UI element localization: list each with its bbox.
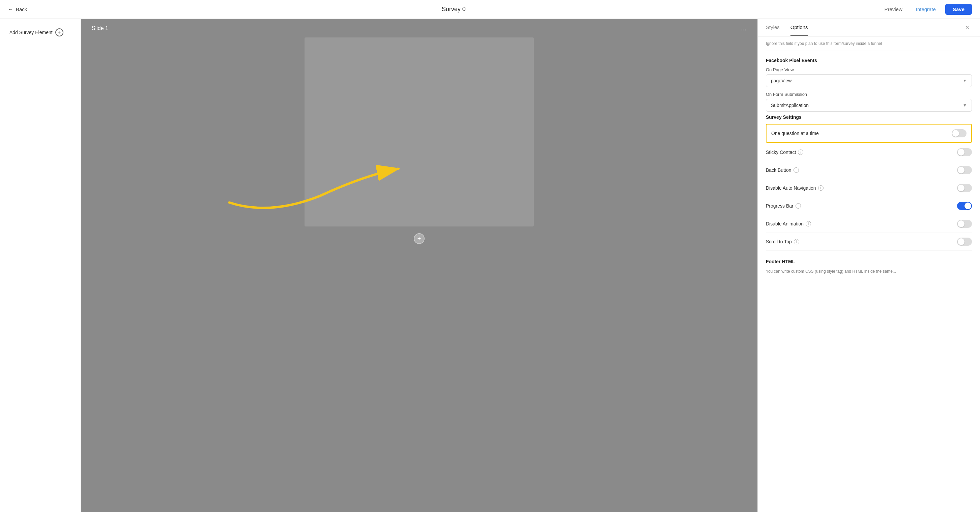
toggle-track-3[interactable]: [957, 166, 972, 174]
toggle-track-7[interactable]: [957, 238, 972, 246]
sticky-contact-toggle[interactable]: [957, 148, 972, 156]
back-button-info-icon[interactable]: i: [794, 167, 799, 173]
scroll-to-top-label: Scroll to Top: [766, 239, 792, 244]
close-icon[interactable]: ×: [963, 21, 972, 34]
toggle-thumb-7: [958, 238, 964, 245]
toggle-row-sticky-contact: Sticky Contact i: [766, 144, 972, 161]
tab-styles[interactable]: Styles: [766, 19, 780, 36]
progress-bar-label: Progress Bar: [766, 203, 794, 209]
dropdown-arrow-icon: ▼: [963, 78, 967, 83]
disable-auto-nav-info-icon[interactable]: i: [818, 185, 824, 191]
slide-title: Slide 1: [92, 25, 108, 31]
plus-icon: +: [55, 28, 64, 37]
form-submission-dropdown[interactable]: SubmitApplication ▼: [766, 99, 972, 112]
toggle-thumb-5: [964, 203, 971, 209]
integrate-button[interactable]: Integrate: [912, 5, 940, 14]
tab-group: Styles Options: [766, 19, 808, 36]
panel-content: Ignore this field if you plan to use thi…: [758, 37, 980, 282]
toggle-track[interactable]: [952, 129, 967, 137]
toggle-row-disable-auto-nav: Disable Auto Navigation i: [766, 179, 972, 197]
disable-animation-label: Disable Animation: [766, 221, 803, 226]
toggle-thumb-3: [958, 167, 964, 174]
scroll-to-top-info-icon[interactable]: i: [794, 239, 799, 244]
disable-auto-nav-label: Disable Auto Navigation: [766, 185, 816, 191]
top-nav: ← Back Survey 0 Preview Integrate Save: [0, 0, 980, 19]
form-submission-value: SubmitApplication: [771, 103, 809, 108]
slide-content-area: [304, 37, 534, 226]
disable-animation-info-icon[interactable]: i: [806, 221, 811, 226]
page-title: Survey 0: [442, 6, 466, 13]
slide-options-icon[interactable]: ...: [741, 24, 747, 32]
on-form-submission-label: On Form Submission: [766, 92, 972, 97]
toggle-thumb-6: [958, 220, 964, 227]
toggle-row-disable-animation: Disable Animation i: [766, 215, 972, 233]
back-button[interactable]: ← Back: [8, 6, 27, 12]
toggle-row-one-question: One question at a time: [766, 124, 972, 143]
toggle-row-scroll-to-top: Scroll to Top i: [766, 233, 972, 251]
toggle-thumb: [952, 130, 959, 137]
main-canvas: Slide 1 ... +: [81, 19, 757, 512]
disable-auto-nav-toggle[interactable]: [957, 184, 972, 192]
back-button-label: Back Button: [766, 167, 791, 173]
tab-options[interactable]: Options: [791, 19, 808, 36]
toggle-track-6[interactable]: [957, 220, 972, 228]
nav-actions: Preview Integrate Save: [880, 4, 972, 15]
toggle-thumb-4: [958, 185, 964, 191]
preview-button[interactable]: Preview: [880, 5, 906, 14]
toggle-row-progress-bar: Progress Bar i: [766, 197, 972, 215]
back-arrow-icon: ←: [8, 6, 13, 12]
toggle-track-5[interactable]: [957, 202, 972, 210]
page-view-value: pageView: [771, 78, 791, 83]
add-element-label: Add Survey Element: [10, 29, 52, 35]
toggle-track-2[interactable]: [957, 148, 972, 156]
page-view-dropdown[interactable]: pageView ▼: [766, 74, 972, 87]
right-panel: Styles Options × Ignore this field if yo…: [757, 19, 980, 512]
survey-settings-title: Survey Settings: [766, 115, 972, 120]
one-question-toggle[interactable]: [952, 129, 967, 137]
sidebar-left: Add Survey Element +: [0, 19, 81, 512]
back-label: Back: [16, 6, 27, 12]
panel-tabs: Styles Options ×: [758, 19, 980, 37]
footer-html-description: You can write custom CSS (using style ta…: [766, 268, 972, 274]
add-survey-element-button[interactable]: Add Survey Element +: [5, 26, 67, 39]
slide-header: Slide 1 ...: [81, 19, 757, 37]
facebook-pixel-section-title: Facebook Pixel Events: [766, 58, 972, 63]
add-slide-button[interactable]: +: [414, 233, 425, 244]
progress-bar-toggle[interactable]: [957, 202, 972, 210]
toggle-thumb-2: [958, 149, 964, 156]
scroll-to-top-toggle[interactable]: [957, 238, 972, 246]
one-question-label: One question at a time: [771, 131, 819, 136]
back-button-toggle[interactable]: [957, 166, 972, 174]
toggle-track-4[interactable]: [957, 184, 972, 192]
disable-animation-toggle[interactable]: [957, 220, 972, 228]
dropdown-arrow-icon-2: ▼: [963, 103, 967, 108]
footer-html-title: Footer HTML: [766, 259, 972, 264]
progress-bar-info-icon[interactable]: i: [795, 203, 801, 209]
save-button[interactable]: Save: [945, 4, 972, 15]
funnel-info-text: Ignore this field if you plan to use thi…: [766, 37, 972, 51]
toggle-row-back-button: Back Button i: [766, 161, 972, 179]
sticky-contact-info-icon[interactable]: i: [798, 150, 803, 155]
on-page-view-label: On Page View: [766, 67, 972, 72]
sticky-contact-label: Sticky Contact: [766, 150, 796, 155]
